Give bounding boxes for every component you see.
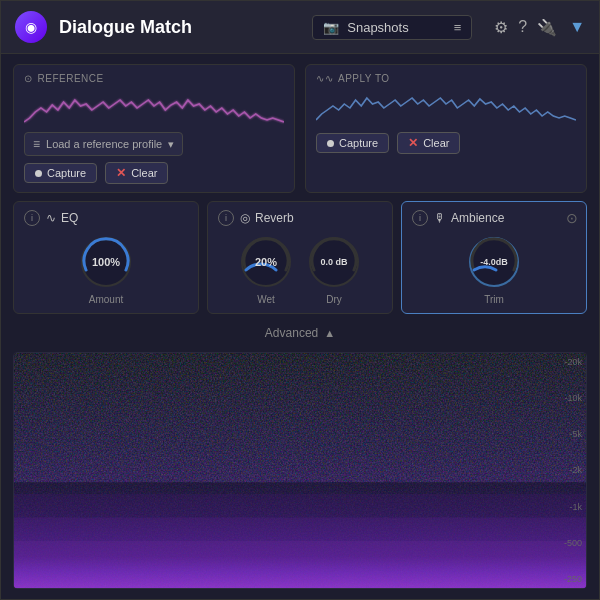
ambience-info-icon[interactable]: i xyxy=(412,210,428,226)
advanced-label: Advanced xyxy=(265,326,318,340)
plug-icon: 🔌 xyxy=(537,18,557,37)
advanced-arrow-icon: ▲ xyxy=(324,327,335,339)
menu-lines-icon: ≡ xyxy=(454,20,462,35)
apply-to-capture-label: Capture xyxy=(339,137,378,149)
eq-amount-value: 100% xyxy=(92,256,120,268)
record-dot-icon xyxy=(35,170,42,177)
reference-capture-button[interactable]: Capture xyxy=(24,163,97,183)
ambience-module: i 🎙 Ambience -4.0dB xyxy=(401,201,587,314)
mic-icon: 🎙 xyxy=(434,211,446,225)
modules-row: i ∿ EQ 100% Amount xyxy=(13,201,587,314)
reference-controls: ≡ Load a reference profile ▾ xyxy=(24,132,284,156)
eq-wave-icon: ∿ xyxy=(46,211,56,225)
ambience-trim-value: -4.0dB xyxy=(480,257,508,267)
ambience-trim-label: Trim xyxy=(484,294,504,305)
reverb-dry-label: Dry xyxy=(326,294,342,305)
freq-label-250: -250 xyxy=(564,574,582,584)
freq-label-10k: -10k xyxy=(564,393,582,403)
apply-to-panel: ∿∿ APPLY TO Capture ✕ Clear xyxy=(305,64,587,193)
ambience-extra-icon: ⊙ xyxy=(566,210,578,226)
freq-label-500: -500 xyxy=(564,538,582,548)
load-reference-label: Load a reference profile xyxy=(46,138,162,150)
reverb-title: ◎ Reverb xyxy=(240,211,294,225)
apply-to-btn-row: Capture ✕ Clear xyxy=(316,132,576,154)
snapshots-label: Snapshots xyxy=(347,20,445,35)
freq-label-20k: -20k xyxy=(564,357,582,367)
reverb-dry-knob[interactable]: 0.0 dB xyxy=(306,234,362,290)
ambience-module-header: i 🎙 Ambience xyxy=(412,210,576,226)
settings-icon[interactable]: ⚙ xyxy=(494,18,508,37)
eq-amount-knob-container: 100% Amount xyxy=(78,234,134,305)
dropdown-chevron-icon: ▾ xyxy=(168,138,174,151)
reference-panel: ⊙ REFERENCE xyxy=(13,64,295,193)
reverb-info-icon[interactable]: i xyxy=(218,210,234,226)
app-logo: ◉ xyxy=(15,11,47,43)
reference-capture-label: Capture xyxy=(47,167,86,179)
spectrogram-area: -20k -10k -5k -2k -1k -500 -250 xyxy=(13,352,587,589)
camera-icon: 📷 xyxy=(323,20,339,35)
apply-to-label: ∿∿ APPLY TO xyxy=(316,73,576,84)
waveform-icon: ∿∿ xyxy=(316,73,333,84)
advanced-bar[interactable]: Advanced ▲ xyxy=(13,322,587,344)
reverb-module-header: i ◎ Reverb xyxy=(218,210,382,226)
apply-to-capture-button[interactable]: Capture xyxy=(316,133,389,153)
freq-label-1k: -1k xyxy=(564,502,582,512)
reference-btn-row: Capture ✕ Clear xyxy=(24,162,284,184)
clear-x-icon2: ✕ xyxy=(408,136,418,150)
header: ◉ Dialogue Match 📷 Snapshots ≡ ⚙ ? 🔌 ▼ xyxy=(1,1,599,54)
eq-amount-label: Amount xyxy=(89,294,123,305)
ambience-trim-knob[interactable]: -4.0dB xyxy=(466,234,522,290)
reference-clear-label: Clear xyxy=(131,167,157,179)
reference-clear-button[interactable]: ✕ Clear xyxy=(105,162,168,184)
reverb-wet-knob[interactable]: 20% xyxy=(238,234,294,290)
load-reference-dropdown[interactable]: ≡ Load a reference profile ▾ xyxy=(24,132,183,156)
main-content: ⊙ REFERENCE xyxy=(1,54,599,599)
eq-module: i ∿ EQ 100% Amount xyxy=(13,201,199,314)
apply-to-clear-label: Clear xyxy=(423,137,449,149)
eq-module-header: i ∿ EQ xyxy=(24,210,188,226)
reverb-dry-knob-container: 0.0 dB Dry xyxy=(306,234,362,305)
apply-to-clear-button[interactable]: ✕ Clear xyxy=(397,132,460,154)
eq-title: ∿ EQ xyxy=(46,211,78,225)
logo-symbol: ◉ xyxy=(25,19,37,35)
eq-info-icon[interactable]: i xyxy=(24,210,40,226)
reference-icon: ⊙ xyxy=(24,73,33,84)
eq-amount-knob[interactable]: 100% xyxy=(78,234,134,290)
app-title: Dialogue Match xyxy=(59,17,192,38)
reference-label: ⊙ REFERENCE xyxy=(24,73,284,84)
reverb-knobs: 20% Wet 0.0 dB Dry xyxy=(238,234,362,305)
reverb-wet-knob-container: 20% Wet xyxy=(238,234,294,305)
ambience-title: 🎙 Ambience xyxy=(434,211,504,225)
svg-rect-9 xyxy=(14,482,586,588)
app-window: ◉ Dialogue Match 📷 Snapshots ≡ ⚙ ? 🔌 ▼ ⊙… xyxy=(0,0,600,600)
help-icon[interactable]: ? xyxy=(518,18,527,36)
freq-label-2k: -2k xyxy=(564,465,582,475)
snapshots-box[interactable]: 📷 Snapshots ≡ xyxy=(312,15,472,40)
reverb-wet-label: Wet xyxy=(257,294,275,305)
reverb-circle-icon: ◎ xyxy=(240,211,250,225)
record-dot-icon2 xyxy=(327,140,334,147)
apply-to-waveform xyxy=(316,90,576,126)
reverb-wet-value: 20% xyxy=(255,256,277,268)
reference-waveform xyxy=(24,90,284,126)
lines-icon: ≡ xyxy=(33,137,40,151)
ambience-trim-knob-container: -4.0dB Trim xyxy=(466,234,522,305)
reverb-module: i ◎ Reverb 20% xyxy=(207,201,393,314)
freq-label-5k: -5k xyxy=(564,429,582,439)
capture-row: ⊙ REFERENCE xyxy=(13,64,587,193)
reverb-dry-value: 0.0 dB xyxy=(320,257,347,267)
clear-x-icon: ✕ xyxy=(116,166,126,180)
header-right: ⚙ ? 🔌 xyxy=(494,18,557,37)
freq-labels: -20k -10k -5k -2k -1k -500 -250 xyxy=(564,353,582,588)
collapse-arrow-icon[interactable]: ▼ xyxy=(569,18,585,36)
